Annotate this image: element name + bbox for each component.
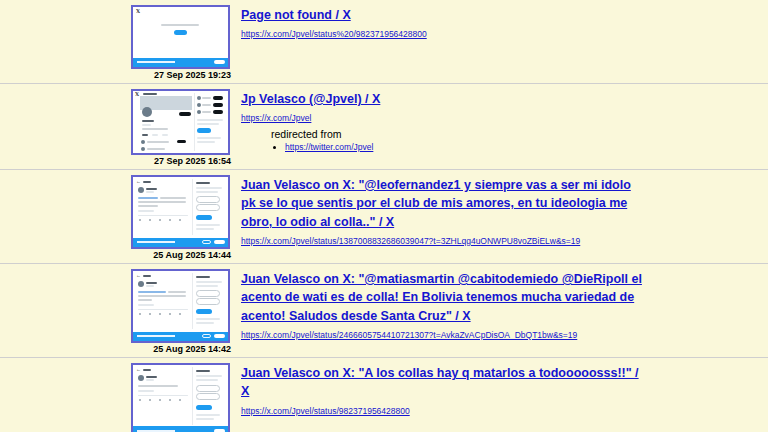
result-thumbnail[interactable]: ← [131,269,230,343]
thumb-sidebar-line [196,187,222,189]
result-row: ← [0,264,768,358]
thumb-post-mention-line [138,291,166,293]
thumb-divider [138,215,188,216]
thumbnail-column: ← [131,363,231,432]
x-logo-icon: 𝕏 [135,92,139,97]
thumb-login-apple-button [196,204,220,211]
thumb-signup-button [196,215,212,220]
result-thumbnail[interactable]: ← [131,363,230,432]
result-url-link[interactable]: https://x.com/Jpvel/status%20/9823719564… [241,29,427,39]
thumb-tweet-avatar [141,147,145,151]
result-thumbnail[interactable]: ← [131,175,230,249]
redirect-url-link[interactable]: https://twitter.com/Jpvel [285,142,373,152]
thumb-sidebar-line [197,137,221,139]
thumbnail-column: 𝕏 [131,89,231,166]
thumb-divider [138,309,188,310]
result-title-link[interactable]: Juan Velasco on X: "@leofernandez1 y sie… [241,178,631,229]
thumb-sidebar-heading-line [196,370,210,372]
result-url-link[interactable]: https://x.com/Jpvel/status/1387008832686… [241,236,580,246]
thumb-post-date-line [138,304,154,306]
redirect-list-item: https://twitter.com/Jpvel [285,142,643,154]
thumb-handle-line [142,124,151,126]
thumb-post-mention-line [138,197,158,199]
thumb-post-text-line [138,299,152,301]
thumb-post-text-line [138,385,178,387]
thumb-post-avatar [138,375,144,381]
thumb-name-line [142,120,154,122]
thumb-suggestion-avatar [197,96,201,100]
thumb-signup-button [196,405,212,410]
result-text: Page not found / X https://x.com/Jpvel/s… [241,5,643,41]
result-thumbnail[interactable]: 𝕏 [131,89,230,155]
thumb-post-avatar [138,187,144,193]
share-icon [179,399,181,401]
thumb-sidebar-line [196,318,220,320]
capture-date: 27 Sep 2025 16:54 [131,156,231,166]
thumb-tab-media [162,134,168,136]
result-title-link[interactable]: Jp Velasco (@Jpvel) / X [241,92,380,106]
redirect-label: redirected from [271,128,643,140]
thumb-suggestion-follow-button [213,103,223,107]
thumb-login-google-button [196,385,220,392]
thumb-sidebar-line [196,322,214,324]
like-icon [159,313,161,315]
thumb-post-header-line [143,369,151,371]
thumb-sidebar-line [197,123,219,125]
thumb-cookie-refuse-button [202,240,211,244]
result-text: Juan Velasco on X: "A los collas hay q m… [241,363,643,418]
thumbnail-column: 𝕏 27 Sep 2025 19:23 [131,5,231,80]
thumb-message-line [161,24,199,26]
thumb-cookie-text [137,241,175,243]
redirect-info: redirected from https://twitter.com/Jpve… [271,128,643,154]
thumb-cookie-text [137,61,175,63]
thumb-post-date-line [138,390,154,392]
result-url-link[interactable]: https://x.com/Jpvel/status/9823719564288… [241,406,410,416]
repost-icon [149,399,151,401]
thumb-cookie-accept-button [214,334,225,338]
thumb-post-handle-line [146,285,154,287]
thumb-sidebar-line [196,418,214,420]
thumb-login-google-button [196,290,220,297]
thumb-post-text-line [138,295,186,297]
bookmark-icon [169,399,171,401]
result-url-link[interactable]: https://x.com/Jpvel [241,113,311,123]
thumb-cookie-banner [133,426,228,432]
thumb-suggestion-line [202,104,211,106]
thumb-column-divider [192,273,193,329]
back-arrow-icon: ← [136,273,141,278]
back-arrow-icon: ← [136,367,141,372]
result-row: 𝕏 [0,84,768,170]
result-thumbnail[interactable]: 𝕏 [131,5,230,69]
thumb-post-text-line [138,205,158,207]
bookmark-icon [169,219,171,221]
repost-icon [149,219,151,221]
result-title-link[interactable]: Juan Velasco on X: "A los collas hay q m… [241,366,639,398]
thumb-signup-button [197,128,211,133]
thumb-column-divider [194,93,195,151]
thumb-login-apple-button [196,393,220,400]
thumb-cookie-refuse-button [202,334,211,338]
thumb-login-google-button [196,196,220,203]
thumb-sidebar-line [196,414,220,416]
thumb-tweet-line [147,148,165,150]
thumb-search-button [174,30,187,35]
thumb-post-text-line [138,201,186,203]
thumb-cookie-banner [133,238,228,247]
result-url-link[interactable]: https://x.com/Jpvel/status/2466605754410… [241,330,577,340]
thumb-post-handle-line [146,191,154,193]
thumb-post-name-line [146,282,157,284]
share-icon [179,219,181,221]
share-icon [179,313,181,315]
back-arrow-icon: ← [136,179,141,184]
result-title-link[interactable]: Juan Velasco on X: "@matiasmartin @cabit… [241,272,642,323]
thumb-header-line [143,93,157,95]
thumb-tab-replies [152,134,158,136]
thumb-cookie-accept-button [214,60,225,64]
redirect-list: https://twitter.com/Jpvel [285,142,643,154]
result-title-link[interactable]: Page not found / X [241,8,351,22]
thumb-signup-button [196,309,212,314]
thumb-sidebar-line [196,375,222,377]
result-text: Juan Velasco on X: "@matiasmartin @cabit… [241,269,643,342]
reply-icon [139,399,141,401]
reply-icon [139,313,141,315]
